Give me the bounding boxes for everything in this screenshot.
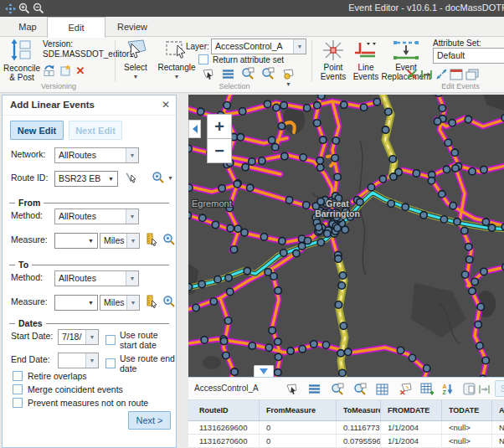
split-event-icon[interactable] (405, 68, 419, 81)
start-date-input[interactable]: 7/18/ ▼ (58, 329, 99, 345)
end-date-caret[interactable]: ▼ (85, 353, 98, 368)
zoom-in-icon[interactable] (18, 2, 31, 15)
column-header-routeid[interactable]: RouteID (188, 400, 260, 420)
move-measures-icon[interactable] (419, 68, 433, 81)
table-zoom-to-selection-icon[interactable] (330, 382, 344, 396)
selection-options-icon[interactable] (281, 67, 295, 80)
reconcile-post-button[interactable]: Reconcile & Post (3, 39, 40, 82)
ribbon: Reconcile & Post Version: SDE.MASSDOT_ed… (0, 37, 504, 93)
tab-review[interactable]: Review (107, 17, 157, 37)
attribute-window-icon[interactable] (450, 68, 463, 81)
column-header-fromdate[interactable]: FROMDATE (381, 400, 442, 420)
route-zoom-caret[interactable]: ▼ (167, 175, 173, 181)
start-date-caret[interactable]: ▼ (85, 330, 98, 344)
network-select[interactable]: AllRoutes ▼ (54, 147, 139, 163)
column-header-frommeasure[interactable]: FromMeasure (260, 400, 337, 420)
route-id-select[interactable]: BSR23 EB ▼ (54, 171, 118, 187)
column-header-tomeasure[interactable]: ToMeasure (337, 400, 381, 420)
next-button[interactable]: Next > (128, 411, 171, 430)
route-zoom-icon[interactable] (152, 171, 165, 184)
column-header-accesscontrol[interactable]: AC (492, 400, 504, 420)
from-zoom-icon[interactable] (162, 233, 176, 246)
merge-coincident-checkbox[interactable] (13, 384, 23, 394)
table-identify-icon[interactable] (462, 382, 476, 396)
map-zoom-in-button[interactable]: + (207, 114, 232, 139)
end-date-input[interactable]: ▼ (58, 353, 99, 368)
new-edit-button[interactable]: New Edit (10, 121, 64, 140)
collapse-panel-button[interactable] (188, 120, 201, 138)
next-edit-button[interactable]: Next Edit (69, 121, 122, 140)
cell-frommeasure: 0 (260, 421, 337, 434)
to-measure-input[interactable]: ▼ (54, 295, 98, 311)
stacked-windows-icon[interactable] (465, 68, 479, 81)
select-dropdown-caret[interactable]: ▼ (133, 72, 139, 81)
attribute-set-select[interactable]: Default (433, 48, 504, 64)
select-events-icon[interactable] (201, 67, 214, 80)
retire-overlaps-checkbox[interactable] (13, 371, 23, 381)
route-id-caret[interactable]: ▼ (105, 172, 117, 186)
tab-map[interactable]: Map (8, 17, 47, 37)
table-list-icon[interactable] (307, 382, 321, 396)
network-select-caret[interactable]: ▼ (126, 148, 138, 162)
chevron-left-icon (192, 125, 198, 133)
pan-icon[interactable] (3, 2, 17, 15)
select-route-on-map-icon[interactable] (125, 171, 138, 184)
table-grid-icon[interactable] (375, 382, 389, 396)
to-zoom-icon[interactable] (162, 295, 176, 308)
from-method-caret[interactable]: ▼ (126, 209, 138, 224)
line-events-button[interactable]: Line Events (350, 39, 382, 81)
close-icon[interactable]: ✕ (162, 99, 170, 111)
pan-to-selection-icon[interactable] (261, 67, 275, 80)
attribute-list-icon[interactable] (221, 67, 234, 80)
table-clear-selection-icon[interactable]: ✕ (398, 382, 412, 396)
return-attribute-set-checkbox[interactable] (198, 54, 208, 64)
map-view[interactable]: Egremont Great Barrington + − (188, 95, 504, 377)
map-label-egremont: Egremont (192, 198, 232, 209)
route-id-row: Route ID: (11, 173, 48, 183)
delete-version-icon[interactable]: ✕ (74, 64, 87, 77)
layer-select-caret[interactable]: ▼ (293, 39, 306, 54)
add-linear-events-panel: Add Linear Events ✕ New Edit Next Edit N… (2, 95, 177, 448)
table-row[interactable]: 11316270600 0 0.0795596 1/1/2004 <null> … (188, 435, 504, 448)
map-zoom-out-button[interactable]: − (207, 138, 232, 163)
save-button[interactable]: Save (495, 380, 504, 397)
dates-section-separator: Dates (9, 318, 169, 328)
from-measure-picker-icon[interactable] (145, 233, 158, 246)
from-method-select[interactable]: AllRoutes ▼ (54, 209, 139, 224)
point-events-button[interactable]: Point Events (317, 39, 349, 81)
from-measure-input[interactable]: ▼ (54, 233, 98, 249)
reconcile-version-icon[interactable] (43, 64, 56, 77)
prevent-measures-checkbox[interactable] (13, 398, 23, 408)
table-header-row: RouteID FromMeasure ToMeasure FROMDATE T… (188, 400, 504, 421)
new-version-icon[interactable] (59, 64, 72, 77)
layer-select[interactable]: AccessControl_A ▼ (211, 39, 306, 54)
split-route-icon[interactable] (435, 68, 448, 81)
to-measure-caret[interactable]: ▼ (85, 296, 97, 310)
table-select-icon[interactable] (285, 382, 299, 396)
from-units-select[interactable]: Miles ▼ (100, 233, 140, 249)
table-sort-icon[interactable]: AZ (440, 382, 455, 396)
table-add-row-icon[interactable] (419, 382, 434, 396)
rectangle-dropdown-caret[interactable]: ▼ (174, 72, 180, 81)
table-row[interactable]: 11316269600 0 0.1116773 1/1/2004 <null> … (188, 421, 504, 435)
from-measure-caret[interactable]: ▼ (85, 234, 97, 248)
to-measure-picker-icon[interactable] (145, 295, 158, 308)
to-method-caret[interactable]: ▼ (126, 271, 138, 286)
line-events-icon (353, 39, 378, 63)
to-units-select[interactable]: Miles ▼ (100, 295, 140, 311)
from-section-separator: From (9, 198, 169, 208)
use-route-start-date-checkbox[interactable] (105, 335, 116, 345)
zoom-to-selection-icon[interactable] (241, 67, 255, 80)
to-units-caret[interactable]: ▼ (126, 296, 139, 310)
table-move-measure-icon[interactable] (477, 382, 491, 396)
from-units-caret[interactable]: ▼ (126, 234, 139, 248)
expand-table-tab[interactable] (254, 365, 274, 377)
to-method-select[interactable]: AllRoutes ▼ (54, 270, 139, 286)
select-tool-button[interactable]: Select ▼ (118, 39, 153, 81)
reconcile-label-line1: Reconcile (3, 64, 40, 73)
zoom-out-icon[interactable] (32, 2, 45, 15)
use-route-end-date-checkbox[interactable] (105, 358, 116, 368)
tab-edit[interactable]: Edit (47, 17, 105, 38)
table-pan-to-selection-icon[interactable] (352, 382, 367, 396)
column-header-todate[interactable]: TODATE (442, 400, 492, 420)
